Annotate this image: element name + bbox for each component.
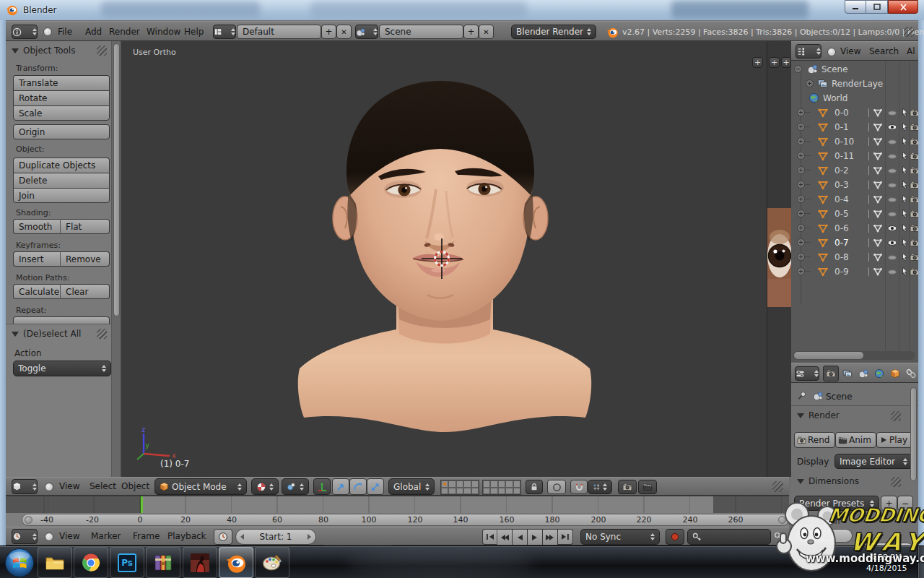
renderable-camera-icon[interactable]: [910, 238, 918, 248]
viewport-3d[interactable]: User Ortho: [121, 41, 767, 477]
taskbar-date[interactable]: 4/18/2015: [866, 564, 907, 573]
calculate-paths-button[interactable]: Calculate: [13, 284, 61, 299]
expand-icon[interactable]: [797, 238, 805, 246]
visibility-eye-closed-icon[interactable]: [887, 151, 897, 161]
insert-keyframe-button[interactable]: Insert: [13, 251, 61, 267]
strip-add-panel-button[interactable]: +: [769, 57, 780, 68]
screen-layout-name[interactable]: Default: [237, 25, 321, 39]
expand-icon[interactable]: [806, 79, 814, 87]
expand-icon[interactable]: [797, 152, 805, 160]
use-preview-range-button[interactable]: [214, 529, 232, 545]
outliner-h-scrollbar[interactable]: [793, 351, 915, 360]
play-button[interactable]: [528, 529, 543, 545]
transform-orientation-dropdown[interactable]: Global: [388, 478, 435, 495]
mode-dropdown[interactable]: Object Mode: [154, 478, 247, 495]
expand-icon[interactable]: [797, 123, 805, 131]
resolution-x-field[interactable]: 1920: [795, 529, 853, 543]
auto-keyframe-button[interactable]: [666, 529, 684, 545]
layer-cell[interactable]: [498, 488, 505, 495]
expand-icon[interactable]: [797, 166, 805, 174]
minimize-button[interactable]: [845, 0, 866, 14]
scrollbar-thumb[interactable]: [794, 352, 863, 359]
snap-element-dropdown[interactable]: [588, 480, 612, 494]
outliner-row-scene[interactable]: Scene: [791, 62, 918, 77]
tab-render-layers[interactable]: [840, 366, 855, 381]
viewport-add-panel-button[interactable]: +: [752, 57, 763, 68]
viewport-shading-dropdown[interactable]: [251, 478, 279, 495]
head-model[interactable]: [264, 65, 625, 470]
tab-world[interactable]: [871, 366, 887, 381]
strip-add-panel-button2[interactable]: +: [781, 57, 791, 68]
view3d-menu-object[interactable]: Object: [121, 481, 149, 491]
visibility-eye-closed-icon[interactable]: [887, 209, 897, 219]
taskbar-blender-button[interactable]: [219, 547, 253, 578]
tab-constraints[interactable]: [903, 366, 918, 381]
layer-cell[interactable]: [456, 480, 463, 488]
editor-type-button-info[interactable]: [12, 25, 38, 39]
screen-layout-selector[interactable]: [213, 25, 236, 39]
visibility-eye-closed-icon[interactable]: [887, 267, 897, 277]
smooth-button[interactable]: Smooth: [13, 219, 61, 234]
outliner-object-row[interactable]: 0-8: [791, 250, 918, 264]
expand-icon[interactable]: [797, 181, 805, 189]
renderable-camera-icon[interactable]: [910, 137, 918, 147]
opengl-render-button[interactable]: [618, 480, 637, 494]
add-layout-button[interactable]: +: [321, 25, 336, 39]
layer-cell[interactable]: [483, 488, 490, 495]
lock-to-scene-button[interactable]: [526, 480, 543, 494]
timeline-canvas[interactable]: [6, 496, 789, 513]
layer-cell[interactable]: [505, 480, 513, 488]
view3d-menu-select[interactable]: Select: [90, 481, 116, 491]
header-resize-grip[interactable]: [772, 481, 783, 492]
scene-name[interactable]: Scene: [379, 25, 463, 39]
pivot-point-dropdown[interactable]: [282, 478, 309, 495]
layers-grid-1[interactable]: [440, 480, 479, 495]
repeat-last-button-clipped[interactable]: [13, 316, 110, 324]
selectable-cursor-icon[interactable]: [900, 108, 910, 117]
collapse-menus-toggle[interactable]: [827, 48, 836, 56]
image-editor-strip[interactable]: + +: [767, 41, 791, 477]
outliner-object-row[interactable]: 0-7: [791, 236, 918, 250]
duplicate-objects-button[interactable]: Duplicate Objects: [13, 158, 110, 173]
renderable-camera-icon[interactable]: [910, 108, 918, 118]
layer-cell[interactable]: [490, 480, 497, 488]
selectable-cursor-icon[interactable]: [900, 252, 910, 262]
editor-type-button-timeline[interactable]: [12, 529, 38, 544]
collapse-menus-toggle[interactable]: [43, 27, 52, 36]
menu-add[interactable]: Add: [85, 27, 102, 37]
outliner-object-row[interactable]: 0-9: [791, 264, 918, 279]
collapse-menus-toggle[interactable]: [45, 532, 53, 541]
layer-cell[interactable]: [505, 488, 513, 495]
expand-icon[interactable]: [797, 137, 805, 145]
menu-file[interactable]: File: [58, 27, 72, 37]
selectable-cursor-icon[interactable]: [900, 209, 910, 218]
origin-button[interactable]: Origin: [13, 124, 110, 139]
collapse-icon[interactable]: [794, 65, 802, 73]
render-presets-dropdown[interactable]: Render Presets: [794, 496, 879, 511]
delete-button[interactable]: Delete: [13, 173, 110, 188]
translate-button[interactable]: Translate: [13, 75, 110, 90]
current-frame-playhead[interactable]: [140, 496, 143, 514]
pin-icon[interactable]: [797, 391, 807, 401]
selectable-cursor-icon[interactable]: [900, 137, 910, 146]
taskbar-time[interactable]: 4:58 PM: [870, 553, 902, 562]
view3d-menu-view[interactable]: View: [59, 481, 79, 491]
expand-icon[interactable]: [797, 253, 805, 261]
renderable-camera-icon[interactable]: [910, 194, 918, 204]
renderable-camera-icon[interactable]: [910, 165, 918, 176]
timeline-ruler[interactable]: -40 -20 0 20 40 60 80 100 120 140 160 18…: [6, 513, 789, 527]
editor-type-button-3dview[interactable]: [12, 479, 38, 494]
outliner-row-renderlayers[interactable]: RenderLaye: [791, 77, 918, 91]
layer-cell[interactable]: [463, 480, 471, 488]
outliner-menu-search[interactable]: Search: [869, 46, 899, 56]
expand-icon[interactable]: [797, 108, 805, 116]
selectable-cursor-icon[interactable]: [900, 267, 910, 276]
object-tools-panel-header[interactable]: Object Tools: [12, 46, 75, 56]
visibility-eye-closed-icon[interactable]: [887, 180, 897, 190]
clear-paths-button[interactable]: Clear: [61, 284, 110, 299]
renderable-camera-icon[interactable]: [910, 209, 918, 219]
renderable-camera-icon[interactable]: [910, 223, 918, 233]
taskbar-paint-button[interactable]: [255, 547, 289, 578]
outliner-object-row[interactable]: 0-3: [791, 178, 918, 192]
start-button[interactable]: [3, 546, 36, 578]
